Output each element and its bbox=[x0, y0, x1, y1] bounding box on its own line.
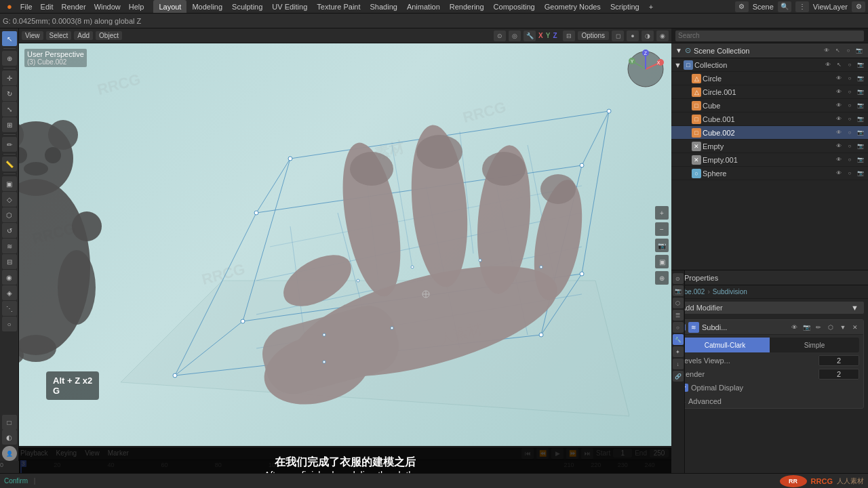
outliner-item-empty[interactable]: ✕ Empty 👁 ○ 📷 bbox=[671, 140, 868, 153]
workspace-sculpting[interactable]: Sculpting bbox=[228, 0, 267, 13]
y-axis[interactable]: Y bbox=[546, 32, 551, 39]
props-render-icon[interactable]: 📷 bbox=[673, 285, 684, 296]
col-view-btn[interactable]: 👁 bbox=[823, 60, 833, 70]
e1-hide-btn[interactable]: ○ bbox=[845, 155, 854, 165]
c001-view-btn[interactable]: 👁 bbox=[834, 87, 844, 97]
zoom-in-btn[interactable]: + bbox=[655, 206, 669, 220]
c1-render-btn[interactable]: 📷 bbox=[856, 115, 865, 124]
modifier-collapse-btn[interactable]: ▼ bbox=[837, 322, 848, 333]
workspace-compositing[interactable]: Compositing bbox=[490, 0, 539, 13]
snap-btn[interactable]: 🔧 bbox=[524, 30, 536, 41]
proportional-edit-btn[interactable]: ◎ bbox=[509, 30, 521, 41]
circle-render-btn[interactable]: 📷 bbox=[856, 74, 865, 83]
props-view-layer-icon[interactable]: ☰ bbox=[673, 310, 684, 321]
main-viewport[interactable]: RRCG 人人素材 RRCG 人人素材 RRCG RRCG User Persp… bbox=[19, 43, 671, 447]
outliner-item-cube002[interactable]: □ Cube.002 👁 ○ 📷 bbox=[671, 126, 868, 140]
props-physics-icon[interactable]: ↓ bbox=[673, 359, 684, 369]
simple-tab[interactable]: Simple bbox=[770, 338, 859, 352]
tool-to-sphere[interactable]: ○ bbox=[2, 317, 17, 331]
menu-help[interactable]: Help bbox=[125, 0, 149, 13]
tool-overlay[interactable]: ◐ bbox=[2, 430, 17, 445]
viewport-shading-material[interactable]: ◑ bbox=[642, 30, 654, 41]
viewport-shading-wire[interactable]: ◻ bbox=[612, 30, 624, 41]
catmull-clark-tab[interactable]: Catmull-Clark bbox=[680, 338, 770, 352]
modifier-realtime-btn[interactable]: 👁 bbox=[789, 322, 800, 333]
zoom-out-btn[interactable]: − bbox=[655, 222, 669, 236]
props-scene-icon[interactable]: ⊙ bbox=[673, 273, 684, 284]
modifier-delete-btn[interactable]: ✕ bbox=[850, 322, 861, 333]
tool-poly[interactable]: ⬡ bbox=[2, 207, 17, 222]
options-btn[interactable]: Options bbox=[578, 31, 609, 40]
tool-workspace-view[interactable]: □ bbox=[2, 415, 17, 430]
c2-render-btn[interactable]: 📷 bbox=[856, 128, 865, 138]
workspace-modeling[interactable]: Modeling bbox=[188, 0, 226, 13]
outliner-item-circle001[interactable]: △ Circle.001 👁 ○ 📷 bbox=[671, 85, 868, 99]
viewport-shading-solid[interactable]: ● bbox=[627, 30, 639, 41]
tool-push-pull[interactable]: ◈ bbox=[2, 285, 17, 300]
workspace-geometry-nodes[interactable]: Geometry Nodes bbox=[540, 0, 605, 13]
axis-widget[interactable]: X Y Z bbox=[625, 49, 666, 89]
e-render-btn[interactable]: 📷 bbox=[856, 142, 865, 151]
workspace-shading[interactable]: Shading bbox=[366, 0, 401, 13]
e-view-btn[interactable]: 👁 bbox=[834, 142, 844, 151]
viewport-nav-btn[interactable]: ⊕ bbox=[655, 271, 669, 285]
user-avatar[interactable]: 👤 bbox=[2, 446, 17, 461]
outliner-item-empty001[interactable]: ✕ Empty.001 👁 ○ 📷 bbox=[671, 153, 868, 167]
c001-render-btn[interactable]: 📷 bbox=[856, 87, 865, 97]
tool-annotate[interactable]: ✏ bbox=[2, 137, 17, 152]
c2-view-btn[interactable]: 👁 bbox=[834, 128, 844, 138]
tool-move[interactable]: ✛ bbox=[2, 70, 17, 85]
outliner-collection[interactable]: ▼ □ Collection 👁 ↖ ○ 📷 bbox=[671, 58, 868, 72]
workspace-uv[interactable]: UV Editing bbox=[268, 0, 311, 13]
select-menu[interactable]: Select bbox=[46, 31, 72, 40]
tool-knife[interactable]: ◇ bbox=[2, 192, 17, 207]
viewport-shading-render[interactable]: ◉ bbox=[656, 30, 669, 41]
overlays-btn[interactable]: ⊟ bbox=[563, 30, 575, 41]
scene-coll-view-btn[interactable]: 👁 bbox=[822, 46, 831, 56]
col-hide-btn[interactable]: ○ bbox=[845, 60, 854, 70]
menu-window[interactable]: Window bbox=[90, 0, 125, 13]
workspace-add[interactable]: + bbox=[645, 0, 657, 13]
frame-selected-btn[interactable]: ▣ bbox=[655, 255, 669, 268]
object-menu[interactable]: Object bbox=[96, 31, 122, 40]
view-layer-options[interactable]: ⚙ bbox=[852, 1, 865, 12]
breadcrumb-modifier[interactable]: Subdivision bbox=[713, 288, 747, 296]
scene-coll-expand[interactable]: ▼ bbox=[675, 47, 682, 54]
outliner-item-cube001[interactable]: □ Cube.001 👁 ○ 📷 bbox=[671, 113, 868, 126]
cube-hide-btn[interactable]: ○ bbox=[845, 101, 854, 110]
camera-view-btn[interactable]: 📷 bbox=[655, 239, 669, 252]
workspace-scripting[interactable]: Scripting bbox=[606, 0, 644, 13]
engine-selector[interactable]: ⚙ bbox=[735, 1, 749, 12]
menu-render[interactable]: Render bbox=[58, 0, 90, 13]
e1-view-btn[interactable]: 👁 bbox=[834, 155, 844, 165]
outliner-item-circle[interactable]: △ Circle 👁 ○ 📷 bbox=[671, 72, 868, 85]
scene-coll-hide-btn[interactable]: ○ bbox=[844, 46, 853, 56]
menu-file[interactable]: File bbox=[16, 0, 37, 13]
blender-logo[interactable]: ● bbox=[3, 0, 16, 13]
tool-shear[interactable]: ⋱ bbox=[2, 301, 17, 316]
workspace-animation[interactable]: Animation bbox=[403, 0, 444, 13]
props-world-icon[interactable]: ○ bbox=[673, 322, 684, 333]
c001-hide-btn[interactable]: ○ bbox=[845, 87, 854, 97]
scene-coll-select-btn[interactable]: ↖ bbox=[833, 46, 842, 56]
tool-smooth[interactable]: ≋ bbox=[2, 239, 17, 253]
levels-viewport-value[interactable]: 2 bbox=[818, 355, 859, 366]
circle-view-btn[interactable]: 👁 bbox=[834, 74, 844, 83]
modifier-cage-btn[interactable]: ⬡ bbox=[825, 322, 836, 333]
tool-measure[interactable]: 📏 bbox=[2, 157, 17, 171]
modifier-edit-btn[interactable]: ✏ bbox=[813, 322, 824, 333]
props-modifier-icon[interactable]: 🔧 bbox=[673, 334, 684, 345]
modifier-advanced-section[interactable]: ▶ Advanced bbox=[676, 394, 863, 408]
outliner-item-cube[interactable]: □ Cube 👁 ○ 📷 bbox=[671, 99, 868, 113]
x-axis[interactable]: X bbox=[538, 32, 543, 39]
e-hide-btn[interactable]: ○ bbox=[845, 142, 854, 151]
col-select-btn[interactable]: ↖ bbox=[834, 60, 844, 70]
tool-transform[interactable]: ⊞ bbox=[2, 117, 17, 132]
tool-scale[interactable]: ⤡ bbox=[2, 102, 17, 117]
tool-add[interactable]: ▣ bbox=[2, 176, 17, 191]
props-constraints-icon[interactable]: 🔗 bbox=[673, 371, 684, 382]
modifier-render-btn[interactable]: 📷 bbox=[801, 322, 812, 333]
cube-render-btn[interactable]: 📷 bbox=[856, 101, 865, 110]
tool-spin[interactable]: ↺ bbox=[2, 223, 17, 238]
outliner-item-sphere[interactable]: ○ Sphere 👁 ○ 📷 bbox=[671, 167, 868, 180]
